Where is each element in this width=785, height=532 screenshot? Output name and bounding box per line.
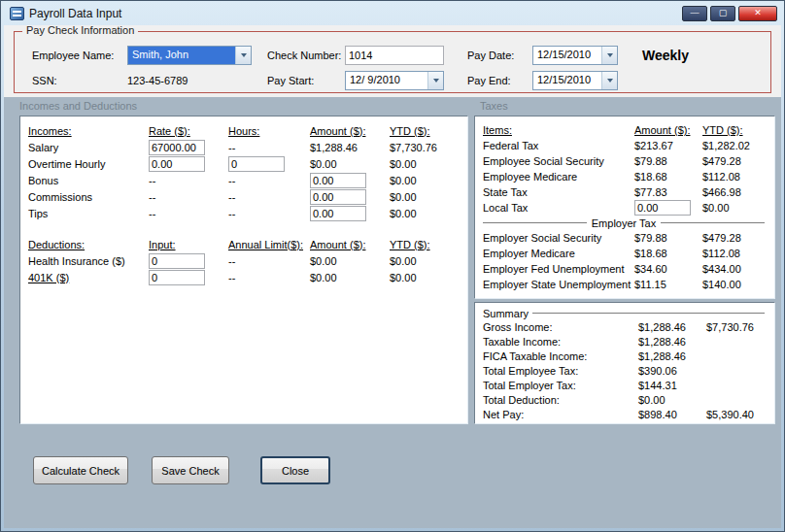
chevron-down-icon[interactable] [601,47,617,64]
income-label: Overtime Hourly [28,158,149,170]
health-insurance-input[interactable] [149,253,205,269]
pay-end-picker[interactable]: 12/15/2010 [532,71,618,90]
pay-end-value: 12/15/2010 [533,72,601,89]
tax-row-federal: Federal Tax $213.67 $1,282.02 [483,138,770,153]
deduction-limit: -- [228,272,310,283]
income-hours: -- [228,175,310,186]
tax-label: State Tax [483,186,634,198]
minimize-button[interactable]: — [682,6,707,21]
income-row-tips: Tips -- -- $0.00 [28,205,463,221]
payroll-window: Payroll Data Input — ▢ ✕ Pay Check Infor… [0,0,785,532]
taxes-header-amount: Amount ($): [634,124,702,136]
income-label: Bonus [28,175,149,186]
section-title-taxes: Taxes [480,100,508,112]
income-row-bonus: Bonus -- -- $0.00 [28,172,463,188]
income-hours: -- [228,191,310,203]
summary-label: Taxable Income: [483,336,638,348]
main-area: Incomes and Deductions Taxes Incomes: Ra… [4,97,781,528]
divider-line [483,222,587,223]
summary-row-net-pay: Net Pay: $898.40 $5,390.40 [483,407,770,421]
tax-label: Local Tax [483,202,634,214]
tax-ytd: $112.08 [702,248,770,259]
tax-amount: $213.67 [634,140,702,151]
tax-ytd: $112.08 [702,171,770,183]
section-title-incomes-deductions: Incomes and Deductions [19,100,137,112]
salary-rate-input[interactable] [149,140,205,155]
chevron-down-icon[interactable] [235,47,251,64]
income-ytd: $0.00 [390,158,463,170]
summary-label: Total Deduction: [483,394,638,406]
tax-amount: $18.68 [634,248,702,259]
overtime-hours-input[interactable] [228,156,285,172]
tax-label: Employee Medicare [483,171,634,183]
taxes-header-ytd: YTD ($): [702,124,770,136]
income-rate: -- [149,175,228,186]
maximize-button[interactable]: ▢ [710,6,735,21]
employee-name-value: Smith, John [128,47,235,64]
tax-row-employer-state-unemployment: Employer State Unemployment $11.15 $140.… [483,277,770,292]
titlebar: Payroll Data Input — ▢ ✕ [4,4,781,25]
ssn-label: SSN: [32,75,57,86]
tax-label: Employer Fed Unemployment [483,263,634,275]
summary-amount: $1,288.46 [638,336,706,348]
income-ytd: $0.00 [390,191,463,203]
pay-date-picker[interactable]: 12/15/2010 [532,46,618,65]
deduction-ytd: $0.00 [390,272,463,283]
income-amount: $0.00 [310,158,390,170]
summary-row-employer-tax: Total Employer Tax: $144.31 [483,378,770,392]
summary-amount: $898.40 [638,409,706,420]
summary-label: Total Employee Tax: [483,365,638,377]
local-tax-input[interactable] [634,200,691,216]
employer-tax-divider: Employer Tax [483,216,765,230]
tax-row-employee-ss: Employee Social Security $79.88 $479.28 [483,153,770,169]
check-number-input[interactable] [345,46,444,65]
overtime-rate-input[interactable] [149,156,205,172]
401k-input[interactable] [149,270,205,285]
income-rate: -- [149,191,228,203]
paycheck-info-group: Pay Check Information Employee Name: Smi… [14,31,771,93]
deduction-label: Health Insurance ($) [28,255,149,267]
tax-row-local: Local Tax $0.00 [483,200,770,216]
bonus-amount-input[interactable] [310,173,366,188]
tax-row-employer-fed-unemployment: Employer Fed Unemployment $34.60 $434.00 [483,261,770,277]
chevron-down-icon [241,53,247,57]
calculate-check-button[interactable]: Calculate Check [33,456,128,484]
tax-amount: $11.15 [634,279,702,290]
incomes-header-name: Incomes: [28,125,149,137]
tax-ytd: $479.28 [702,155,770,167]
tax-ytd: $1,282.02 [702,140,770,151]
commissions-amount-input[interactable] [310,189,366,205]
employee-name-select[interactable]: Smith, John [127,46,252,65]
incomes-header-row: Incomes: Rate ($): Hours: Amount ($): YT… [28,122,463,139]
save-check-button[interactable]: Save Check [152,456,229,484]
summary-amount: $0.00 [638,394,706,406]
taxes-header-items: Items: [483,124,634,136]
deduction-ytd: $0.00 [390,255,463,267]
chevron-down-icon [433,79,439,83]
deductions-header-amount: Amount ($): [310,239,390,250]
tips-amount-input[interactable] [310,206,366,221]
pay-date-label: Pay Date: [467,50,514,61]
incomes-header-amount: Amount ($): [310,125,390,137]
divider-line [532,313,765,314]
summary-row-employee-tax: Total Employee Tax: $390.06 [483,363,770,378]
summary-row-fica: FICA Taxable Income: $1,288.46 [483,349,770,363]
tax-row-employer-medicare: Employer Medicare $18.68 $112.08 [483,246,770,261]
tax-ytd: $0.00 [702,202,770,214]
close-window-button[interactable]: ✕ [738,6,777,21]
chevron-down-icon[interactable] [427,72,443,89]
chevron-down-icon[interactable] [601,72,617,89]
check-number-label: Check Number: [267,50,341,61]
deduction-row-401k: 401K ($) -- $0.00 $0.00 [28,269,463,285]
income-hours: -- [228,142,310,153]
summary-title: Summary [483,308,529,319]
tax-ytd: $434.00 [702,263,770,275]
close-button[interactable]: Close [260,456,330,484]
deduction-amount: $0.00 [310,255,390,267]
summary-row-taxable: Taxable Income: $1,288.46 [483,334,770,349]
pay-start-picker[interactable]: 12/ 9/2010 [345,71,444,90]
tax-label: Employer Social Security [483,232,634,244]
summary-row-deduction: Total Deduction: $0.00 [483,392,770,407]
chevron-down-icon [607,53,613,57]
income-ytd: $0.00 [390,175,463,186]
